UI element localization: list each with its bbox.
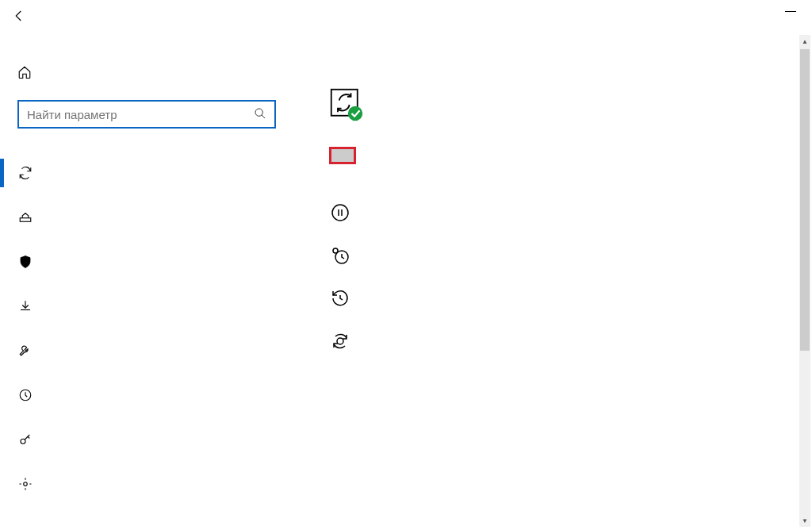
- svg-point-3: [21, 439, 25, 444]
- sidebar-item-backup[interactable]: [0, 284, 289, 328]
- locate-icon: [17, 477, 33, 491]
- sidebar-item-find-device[interactable]: [0, 462, 289, 506]
- sidebar-item-delivery[interactable]: [0, 195, 289, 240]
- history-icon: [329, 287, 351, 308]
- back-icon[interactable]: [10, 9, 29, 23]
- sidebar-nav: [0, 151, 289, 506]
- sidebar: [0, 32, 289, 530]
- search-icon: [254, 107, 266, 122]
- home-icon: [17, 65, 32, 79]
- main-content: [289, 32, 812, 530]
- option-active-hours[interactable]: [329, 233, 796, 276]
- key-icon: [17, 432, 33, 447]
- sync-icon: [17, 166, 33, 180]
- sidebar-item-activation[interactable]: [0, 417, 289, 462]
- scroll-down-icon[interactable]: ▼: [799, 514, 810, 527]
- clock-icon: [329, 244, 351, 265]
- sidebar-item-recovery[interactable]: [0, 373, 289, 417]
- title-bar: [0, 0, 812, 32]
- wrench-icon: [17, 344, 33, 358]
- minimize-button[interactable]: [785, 11, 796, 12]
- scroll-up-icon[interactable]: ▲: [799, 35, 810, 48]
- recovery-icon: [17, 388, 33, 402]
- search-input[interactable]: [27, 108, 243, 121]
- option-pause[interactable]: [329, 190, 796, 233]
- delivery-icon: [17, 210, 33, 225]
- check-updates-button[interactable]: [329, 147, 356, 164]
- svg-point-9: [333, 248, 338, 253]
- svg-point-6: [348, 106, 362, 121]
- svg-point-0: [255, 109, 262, 116]
- shield-icon: [17, 255, 33, 269]
- search-box[interactable]: [17, 100, 276, 129]
- svg-rect-1: [20, 218, 31, 222]
- sidebar-item-security[interactable]: [0, 240, 289, 284]
- svg-point-7: [332, 205, 348, 221]
- options-list: [329, 190, 796, 362]
- update-status: [329, 87, 796, 125]
- sidebar-home[interactable]: [17, 59, 289, 86]
- gear-sync-icon: [329, 330, 351, 351]
- status-icon: [329, 87, 364, 125]
- pause-icon: [329, 202, 351, 222]
- scrollbar[interactable]: ▲ ▼: [799, 35, 810, 527]
- svg-point-10: [337, 338, 343, 344]
- option-advanced[interactable]: [329, 319, 796, 362]
- option-history[interactable]: [329, 276, 796, 319]
- scroll-thumb[interactable]: [800, 49, 810, 351]
- sidebar-item-troubleshoot[interactable]: [0, 328, 289, 373]
- sidebar-item-update-center[interactable]: [0, 151, 289, 195]
- svg-point-4: [24, 482, 28, 486]
- backup-icon: [17, 299, 33, 313]
